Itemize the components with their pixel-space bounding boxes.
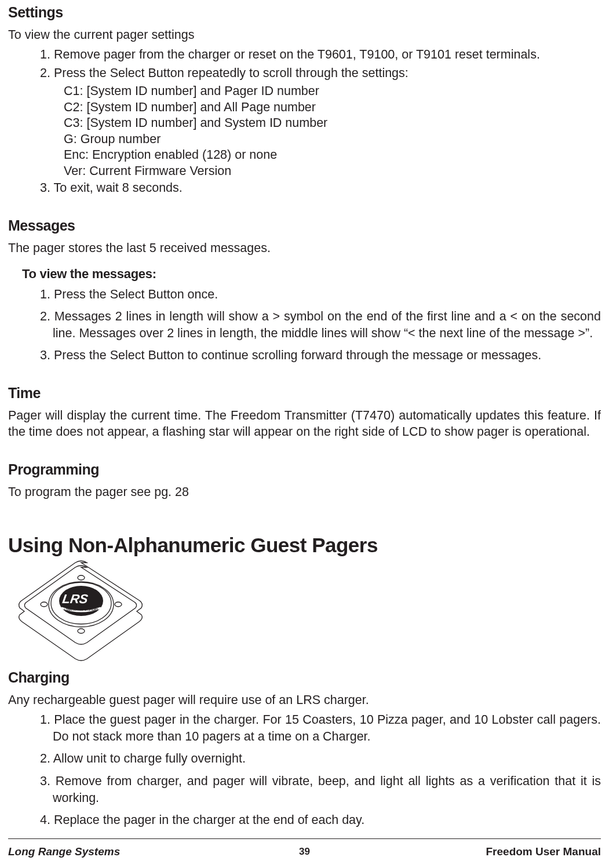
charging-step1: 1. Place the guest pager in the charger.… [53, 712, 601, 745]
charging-step4: 4. Replace the pager in the charger at t… [53, 812, 601, 829]
charging-step3: 3. Remove from charger, and pager will v… [53, 773, 601, 807]
charging-heading: Charging [8, 669, 601, 686]
time-heading: Time [8, 385, 601, 402]
footer-left: Long Range Systems [8, 845, 120, 858]
programming-heading: Programming [8, 461, 601, 478]
settings-step2: 2. Press the Select Button repeatedly to… [53, 65, 601, 82]
svg-point-2 [41, 602, 48, 607]
pager-device-illustration: LRS LONG RANGE SYSTEMS [6, 558, 156, 666]
messages-sub-heading: To view the messages: [22, 267, 601, 282]
settings-c2: C2: [System ID number] and All Page numb… [64, 100, 601, 116]
svg-text:LRS: LRS [61, 592, 89, 606]
messages-step2: 2. Messages 2 lines in length will show … [53, 308, 601, 342]
messages-step1: 1. Press the Select Button once. [53, 286, 601, 303]
nonalpha-heading: Using Non-Alphanumeric Guest Pagers [8, 534, 601, 557]
settings-intro: To view the current pager settings [8, 27, 601, 43]
settings-g: G: Group number [64, 132, 601, 148]
settings-ver: Ver: Current Firmware Version [64, 163, 601, 180]
page-number: 39 [299, 846, 310, 858]
lrs-pager-icon: LRS LONG RANGE SYSTEMS [6, 558, 156, 666]
settings-c3: C3: [System ID number] and System ID num… [64, 115, 601, 132]
settings-enc: Enc: Encryption enabled (128) or none [64, 147, 601, 163]
settings-step3: 3. To exit, wait 8 seconds. [53, 180, 601, 196]
svg-point-3 [115, 602, 122, 607]
svg-point-4 [78, 575, 85, 580]
messages-step3: 3. Press the Select Button to continue s… [53, 347, 601, 364]
page-footer: Long Range Systems 39 Freedom User Manua… [8, 838, 601, 858]
svg-point-5 [78, 629, 85, 633]
charging-intro: Any rechargeable guest pager will requir… [8, 692, 601, 708]
programming-body: To program the pager see pg. 28 [8, 484, 601, 500]
messages-intro: The pager stores the last 5 received mes… [8, 240, 601, 256]
messages-heading: Messages [8, 217, 601, 234]
settings-step1: 1. Remove pager from the charger or rese… [53, 46, 601, 63]
settings-heading: Settings [8, 4, 601, 21]
footer-right: Freedom User Manual [486, 845, 601, 858]
svg-text:LONG RANGE SYSTEMS: LONG RANGE SYSTEMS [64, 608, 99, 611]
charging-step2: 2. Allow unit to charge fully overnight. [53, 750, 601, 767]
settings-c1: C1: [System ID number] and Pager ID numb… [64, 83, 601, 100]
time-body: Pager will display the current time. The… [8, 407, 601, 440]
